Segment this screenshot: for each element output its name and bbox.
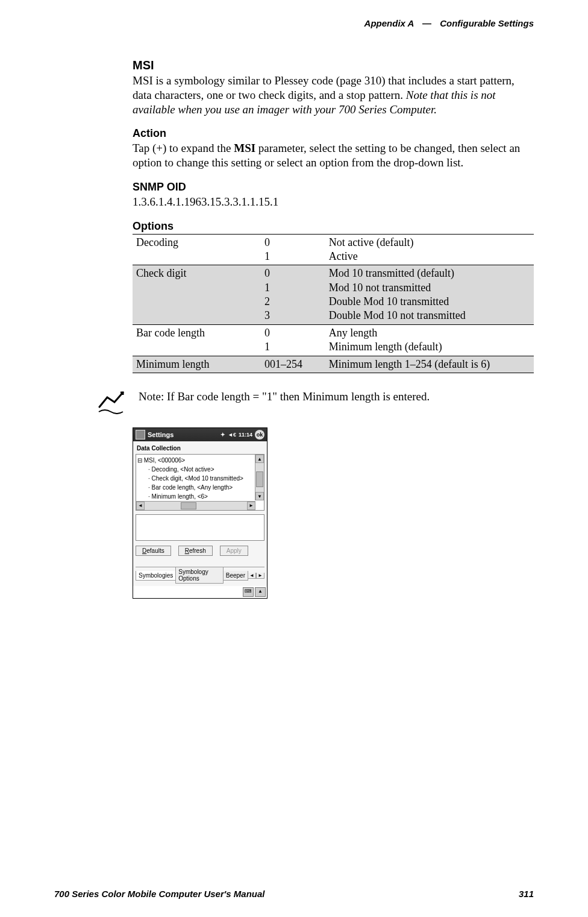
options-table: Decoding 0 1 Not active (default) Active… [133, 234, 534, 374]
pda-time: 11:14 [239, 432, 252, 438]
horizontal-scrollbar[interactable]: ◄ ► [136, 501, 255, 510]
app-title: Data Collection [136, 444, 264, 454]
tab-bar: Symbologies Symbology Options Beeper ◄ ► [136, 567, 264, 584]
header-section: Configurable Settings [440, 18, 534, 28]
note-text: Note: If Bar code length = "1" then Mini… [139, 390, 430, 403]
heading-options: Options [133, 220, 534, 233]
note-icon [96, 390, 127, 417]
heading-msi: MSI [133, 58, 534, 72]
table-row: Check digit 0 1 2 3 Mod 10 transmitted (… [133, 265, 534, 325]
ok-button[interactable]: ok [255, 430, 264, 440]
option-codes: 0 1 2 3 [261, 265, 325, 325]
note-b1: Bar code length [177, 390, 249, 403]
table-row: Minimum length 001–254 Minimum length 1–… [133, 356, 534, 373]
option-name: Bar code length [133, 324, 261, 356]
option-codes: 0 1 [261, 234, 325, 265]
scroll-up-icon[interactable]: ▲ [255, 455, 264, 463]
tree-root[interactable]: MSI, <000006> [137, 456, 263, 465]
option-codes: 001–254 [261, 356, 325, 373]
footer-manual-title: 700 Series Color Mobile Computer User's … [54, 889, 265, 899]
msi-description: MSI is a symbology similar to Plessey co… [133, 74, 534, 116]
detail-panel [136, 514, 264, 541]
table-row: Decoding 0 1 Not active (default) Active [133, 234, 534, 265]
running-header: Appendix A — Configurable Settings [54, 18, 534, 28]
pda-screenshot: Settings ✦ ◄€ 11:14 ok Data Collection M… [133, 427, 267, 599]
tab-symbology-options[interactable]: Symbology Options [175, 567, 223, 584]
snmp-oid-value: 1.3.6.1.4.1.1963.15.3.3.1.1.15.1 [133, 195, 534, 209]
action-text-pre: Tap (+) to expand the [133, 142, 234, 154]
header-appendix: Appendix A [364, 18, 414, 28]
windows-logo-icon[interactable] [136, 430, 145, 440]
note-mid1: : If [161, 390, 177, 403]
note-mid2: = "1" then [250, 390, 302, 403]
vertical-scrollbar[interactable]: ▲ ▼ [255, 455, 264, 500]
option-desc: Any length Minimum length (default) [325, 324, 534, 356]
option-name: Minimum length [133, 356, 261, 373]
option-name: Check digit [133, 265, 261, 325]
option-desc: Mod 10 transmitted (default) Mod 10 not … [325, 265, 534, 325]
table-row: Bar code length 0 1 Any length Minimum l… [133, 324, 534, 356]
heading-snmp-oid: SNMP OID [133, 181, 534, 194]
action-description: Tap (+) to expand the MSI parameter, sel… [133, 141, 534, 170]
refresh-button[interactable]: Refresh [178, 546, 213, 556]
defaults-button[interactable]: Defaults [136, 546, 171, 556]
header-separator: — [422, 18, 431, 28]
note-tail: is entered. [380, 390, 430, 403]
option-name: Decoding [133, 234, 261, 265]
tab-scroll-left-icon[interactable]: ◄ [248, 573, 256, 579]
keyboard-icon[interactable]: ⌨ [243, 587, 254, 597]
speaker-icon: ◄€ [228, 432, 236, 438]
tab-beeper[interactable]: Beeper [223, 571, 248, 581]
option-desc: Not active (default) Active [325, 234, 534, 265]
action-text-bold: MSI [234, 142, 255, 154]
tree-item[interactable]: Check digit, <Mod 10 transmitted> [137, 474, 263, 483]
tree-item[interactable]: Decoding, <Not active> [137, 465, 263, 474]
scroll-down-icon[interactable]: ▼ [255, 492, 264, 500]
page-footer: 700 Series Color Mobile Computer User's … [54, 889, 534, 899]
tree-item[interactable]: Minimum length, <6> [137, 492, 263, 501]
sip-up-icon[interactable]: ▲ [255, 587, 266, 597]
signal-icon: ✦ [220, 432, 225, 438]
option-desc: Minimum length 1–254 (default is 6) [325, 356, 534, 373]
tab-scroll-right-icon[interactable]: ► [256, 573, 264, 579]
note-prefix: Note [139, 390, 161, 403]
scroll-left-icon[interactable]: ◄ [136, 502, 145, 510]
option-codes: 0 1 [261, 324, 325, 356]
tab-symbologies[interactable]: Symbologies [136, 571, 176, 581]
scroll-right-icon[interactable]: ► [247, 502, 255, 510]
pda-titlebar: Settings ✦ ◄€ 11:14 ok [133, 428, 267, 441]
apply-button[interactable]: Apply [220, 546, 248, 556]
note-b2: Minimum length [302, 390, 380, 403]
footer-page-number: 311 [519, 889, 534, 899]
tree-view[interactable]: MSI, <000006> Decoding, <Not active> Che… [136, 454, 264, 511]
sip-bar: ⌨ ▲ [133, 586, 267, 598]
scroll-thumb[interactable] [256, 471, 263, 487]
pda-title: Settings [148, 431, 218, 438]
tree-item[interactable]: Bar code length, <Any length> [137, 483, 263, 492]
heading-action: Action [133, 127, 534, 140]
scroll-thumb[interactable] [181, 502, 196, 509]
